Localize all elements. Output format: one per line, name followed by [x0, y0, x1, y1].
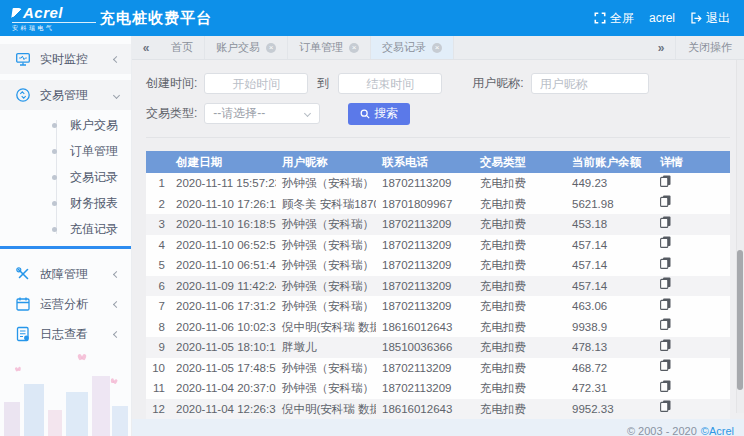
cell-detail: [654, 214, 730, 235]
cell-balance: 457.14: [566, 235, 654, 256]
logo-subtitle: 安科瑞电气: [12, 22, 96, 31]
detail-copy-icon[interactable]: [660, 337, 671, 357]
col-trade-type: 交易类型: [474, 151, 566, 173]
collapse-tabs-right-icon[interactable]: »: [647, 36, 675, 59]
sidebar-item-realtime-monitor[interactable]: 实时监控: [0, 44, 131, 74]
search-button[interactable]: 搜索: [348, 103, 410, 125]
tab-label: 交易记录: [382, 40, 426, 55]
cell-nickname: 孙钟强（安科瑞）: [276, 296, 376, 317]
table-row: 32020-11-10 16:18:58孙钟强（安科瑞）18702113209充…: [146, 214, 730, 235]
table-row: 52020-11-10 06:51:44孙钟强（安科瑞）18702113209充…: [146, 255, 730, 276]
brand-link[interactable]: ©Acrel: [701, 425, 734, 436]
user-menu[interactable]: acrel: [649, 11, 675, 25]
tab-close-icon[interactable]: ×: [266, 43, 276, 53]
cell-balance: 457.14: [566, 276, 654, 297]
select-value: --请选择--: [213, 105, 265, 122]
copy-glyph: [660, 400, 671, 412]
row-index: 5: [146, 255, 170, 276]
sidebar-item-trade-records[interactable]: 交易记录: [0, 164, 131, 190]
col-nickname: 用户昵称: [276, 151, 376, 173]
detail-copy-icon[interactable]: [660, 214, 671, 234]
table-row: 122020-11-04 12:26:31倪中明(安科瑞 数据部)1818616…: [146, 399, 730, 420]
detail-copy-icon[interactable]: [660, 317, 671, 337]
tab-item[interactable]: 交易记录×: [371, 36, 454, 59]
cell-phone: 18702113209: [376, 358, 474, 379]
tab-item[interactable]: 首页: [160, 36, 205, 59]
tab-item[interactable]: 账户交易×: [205, 36, 288, 59]
cell-phone: 18702113209: [376, 296, 474, 317]
cell-balance: 449.23: [566, 173, 654, 194]
cell-phone: 18616012643: [376, 399, 474, 420]
row-index: 3: [146, 214, 170, 235]
nickname-input[interactable]: [531, 73, 649, 94]
cell-phone: 18702113209: [376, 255, 474, 276]
copy-glyph: [660, 359, 671, 371]
fullscreen-button[interactable]: 全屏: [594, 10, 634, 27]
scrollbar-track[interactable]: [736, 60, 744, 413]
detail-copy-icon[interactable]: [660, 296, 671, 316]
cell-nickname: 孙钟强（安科瑞）: [276, 378, 376, 399]
sidebar-item-order-management[interactable]: 订单管理: [0, 138, 131, 164]
sidebar-item-operation-analysis[interactable]: 运营分析: [0, 289, 131, 319]
table-row: 22020-11-10 17:26:11顾冬美 安科瑞1870180187018…: [146, 194, 730, 215]
sidebar-item-label: 实时监控: [40, 51, 114, 68]
cell-trade-type: 充电扣费: [474, 276, 566, 297]
detail-copy-icon[interactable]: [660, 276, 671, 296]
cell-phone: 18616012643: [376, 317, 474, 338]
copy-glyph: [660, 380, 671, 392]
cell-detail: [654, 255, 730, 276]
sidebar-item-log-view[interactable]: 日志查看: [0, 319, 131, 349]
cell-nickname: 孙钟强（安科瑞）: [276, 235, 376, 256]
trade-submenu: 账户交易 订单管理 交易记录 财务报表 充值记录: [0, 110, 131, 244]
close-operations-button[interactable]: 关闭操作: [675, 36, 744, 59]
cell-nickname: 顾冬美 安科瑞1870180: [276, 194, 376, 215]
monitor-icon: [15, 51, 31, 67]
collapse-tabs-left-icon[interactable]: «: [132, 36, 160, 59]
brand-logo: Acrel 安科瑞电气: [0, 5, 96, 31]
tab-close-icon[interactable]: ×: [432, 43, 442, 53]
to-label: 到: [317, 75, 329, 92]
logout-label: 退出: [706, 10, 730, 27]
end-time-input[interactable]: [338, 73, 442, 94]
cell-phone: 18510036366: [376, 337, 474, 358]
row-index: 1: [146, 173, 170, 194]
cell-phone: 18702113209: [376, 173, 474, 194]
submenu-label: 交易记录: [70, 169, 118, 186]
cell-phone: 18701809967: [376, 194, 474, 215]
tab-close-icon[interactable]: ×: [349, 43, 359, 53]
cell-create-date: 2020-11-11 15:57:23: [170, 173, 276, 194]
tab-item[interactable]: 订单管理×: [288, 36, 371, 59]
detail-copy-icon[interactable]: [660, 173, 671, 193]
sidebar-item-recharge-records[interactable]: 充值记录: [0, 216, 131, 242]
detail-copy-icon[interactable]: [660, 255, 671, 275]
detail-copy-icon[interactable]: [660, 358, 671, 378]
tab-label: 账户交易: [216, 40, 260, 55]
bullet-icon: [52, 175, 57, 180]
scrollbar-thumb[interactable]: [737, 250, 743, 390]
sidebar-item-account-trade[interactable]: 账户交易: [0, 112, 131, 138]
main-area: « 首页账户交易×订单管理×交易记录× » 关闭操作 创建时间: 到 用户昵称:…: [132, 36, 744, 436]
row-index: 11: [146, 378, 170, 399]
logout-button[interactable]: 退出: [690, 10, 730, 27]
sidebar-item-fault-management[interactable]: 故障管理: [0, 259, 131, 289]
start-time-input[interactable]: [204, 73, 308, 94]
sidebar-item-finance-report[interactable]: 财务报表: [0, 190, 131, 216]
chevron-left-icon: [113, 300, 120, 307]
detail-copy-icon[interactable]: [660, 194, 671, 214]
cell-detail: [654, 378, 730, 399]
detail-copy-icon[interactable]: [660, 378, 671, 398]
table-row: 92020-11-05 18:10:13胖墩儿18510036366充电扣费47…: [146, 337, 730, 358]
table-row: 102020-11-05 17:48:59孙钟强（安科瑞）18702113209…: [146, 358, 730, 379]
table-row: 12020-11-11 15:57:23孙钟强（安科瑞）18702113209充…: [146, 173, 730, 194]
sidebar-item-trade-management[interactable]: 交易管理: [0, 80, 131, 110]
footer: © 2003 - 2020 ©Acrel: [132, 419, 744, 436]
cell-detail: [654, 194, 730, 215]
cell-create-date: 2020-11-09 11:42:24: [170, 276, 276, 297]
detail-copy-icon[interactable]: [660, 235, 671, 255]
fullscreen-icon: [594, 12, 606, 24]
detail-copy-icon[interactable]: [660, 399, 671, 419]
row-index: 12: [146, 399, 170, 420]
cell-create-date: 2020-11-06 10:02:33: [170, 317, 276, 338]
bullet-icon: [52, 227, 57, 232]
trade-type-select[interactable]: --请选择--: [204, 103, 320, 124]
